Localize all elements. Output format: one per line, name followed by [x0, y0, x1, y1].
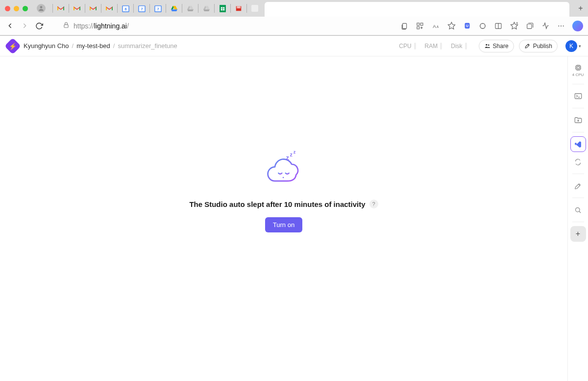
tab-app-icon[interactable] — [235, 4, 243, 12]
more-icon[interactable] — [557, 22, 565, 30]
reload-button[interactable] — [34, 21, 44, 31]
svg-text:z: z — [290, 152, 293, 157]
tab-calendar-icon[interactable]: 6 — [122, 4, 129, 12]
user-menu[interactable]: K ▾ — [565, 40, 581, 52]
rail-terminal[interactable] — [570, 88, 586, 104]
tab-gmail-icon[interactable] — [89, 4, 97, 12]
rail-separator — [572, 174, 584, 174]
tab-drive-icon[interactable] — [202, 4, 210, 12]
favorites-list-icon[interactable] — [510, 22, 518, 30]
sleeping-cloud-icon: z z z — [262, 147, 306, 191]
tab-gmail-icon[interactable] — [57, 4, 65, 12]
clipboard-icon[interactable] — [400, 22, 409, 30]
tab-separator — [133, 4, 134, 13]
breadcrumb-studio[interactable]: summarizer_finetune — [118, 42, 177, 50]
vscode-icon — [574, 140, 583, 149]
svg-rect-39 — [576, 66, 580, 70]
svg-point-33 — [486, 44, 487, 46]
svg-point-32 — [563, 25, 564, 26]
back-button[interactable] — [5, 21, 15, 31]
breadcrumb-separator: / — [72, 42, 74, 50]
apps-icon[interactable] — [416, 22, 424, 30]
chevron-down-icon: ▾ — [579, 44, 581, 49]
svg-rect-20 — [417, 26, 419, 29]
svg-rect-18 — [417, 23, 419, 25]
performance-icon[interactable] — [541, 22, 550, 30]
url-text: https://lightning.ai/ — [74, 22, 129, 30]
shield-icon[interactable]: U — [463, 22, 471, 30]
favorite-icon[interactable] — [447, 22, 456, 30]
app-header: ⚡ Kyunghyun Cho / my-test-bed / summariz… — [0, 36, 588, 56]
resource-stats: CPU RAM Disk — [399, 43, 466, 50]
svg-rect-17 — [403, 23, 407, 28]
right-rail: 4 CPU + — [567, 56, 588, 381]
breadcrumb-owner[interactable]: Kyunghyun Cho — [24, 42, 69, 50]
collections-icon[interactable] — [525, 22, 534, 30]
rail-vscode[interactable] — [570, 136, 586, 152]
window-close-button[interactable] — [5, 6, 10, 11]
lock-icon — [63, 22, 70, 30]
tab-separator — [85, 4, 85, 13]
share-button[interactable]: Share — [479, 40, 514, 52]
tab-separator — [198, 4, 198, 13]
tab-separator — [230, 4, 231, 13]
rail-download[interactable] — [570, 112, 586, 128]
lightning-logo[interactable]: ⚡ — [4, 38, 21, 54]
breadcrumb-project[interactable]: my-test-bed — [76, 42, 110, 50]
tab-separator — [101, 4, 101, 13]
tab-sheets-icon[interactable] — [219, 4, 226, 12]
publish-button[interactable]: Publish — [519, 40, 558, 52]
turn-on-button[interactable]: Turn on — [265, 217, 302, 232]
svg-text:A: A — [433, 24, 436, 29]
rail-search[interactable] — [570, 202, 586, 218]
svg-line-51 — [579, 211, 581, 212]
breadcrumbs: Kyunghyun Cho / my-test-bed / summarizer… — [24, 42, 177, 50]
svg-rect-13 — [238, 6, 239, 8]
tab-drive-icon[interactable] — [170, 4, 178, 12]
copilot-icon[interactable] — [572, 21, 583, 31]
rail-add[interactable]: + — [570, 226, 586, 242]
svg-rect-49 — [575, 94, 582, 99]
rail-separator — [572, 84, 584, 84]
new-tab-button[interactable]: + — [573, 1, 588, 16]
tab-calendar-icon[interactable]: 7 — [154, 4, 162, 12]
window-controls — [5, 6, 28, 11]
rail-cpu-label: 4 CPU — [572, 73, 584, 77]
rail-separator — [572, 222, 584, 222]
svg-rect-14 — [240, 6, 241, 8]
sleep-message: The Studio auto slept after 10 minutes o… — [189, 200, 365, 208]
breadcrumb-separator: / — [113, 42, 115, 50]
toolbar-actions: AA U — [400, 21, 583, 31]
user-avatar: K — [565, 40, 577, 52]
tab-separator — [149, 4, 150, 13]
rail-separator — [572, 132, 584, 132]
forward-button[interactable] — [20, 21, 29, 31]
rail-deploy[interactable] — [570, 178, 586, 194]
svg-rect-40 — [577, 67, 579, 69]
svg-text:z: z — [286, 154, 289, 161]
tab-generic-icon[interactable] — [251, 4, 259, 12]
extension-icon[interactable] — [478, 22, 487, 30]
tab-calendar-icon[interactable]: 7 — [138, 4, 146, 12]
text-size-icon[interactable]: AA — [431, 22, 440, 30]
svg-text:7: 7 — [141, 7, 143, 11]
tab-drive-icon[interactable] — [186, 4, 194, 12]
active-tab[interactable] — [265, 2, 569, 17]
help-badge[interactable]: ? — [369, 200, 378, 208]
rail-separator — [572, 198, 584, 198]
svg-text:6: 6 — [124, 7, 126, 11]
svg-rect-16 — [64, 25, 68, 27]
svg-rect-19 — [420, 23, 423, 25]
address-bar[interactable]: https://lightning.ai/ — [63, 22, 395, 30]
terminal-icon — [574, 92, 583, 101]
split-screen-icon[interactable] — [494, 22, 503, 30]
tab-gmail-icon[interactable] — [105, 4, 113, 12]
rail-jupyter[interactable] — [570, 154, 586, 170]
tab-strip: 6 7 7 + — [0, 0, 588, 17]
svg-rect-29 — [527, 24, 532, 28]
tab-gmail-icon[interactable] — [73, 4, 81, 12]
window-maximize-button[interactable] — [23, 6, 28, 11]
rail-cpu[interactable]: 4 CPU — [570, 60, 586, 80]
window-minimize-button[interactable] — [14, 6, 19, 11]
profile-icon[interactable] — [37, 4, 46, 13]
